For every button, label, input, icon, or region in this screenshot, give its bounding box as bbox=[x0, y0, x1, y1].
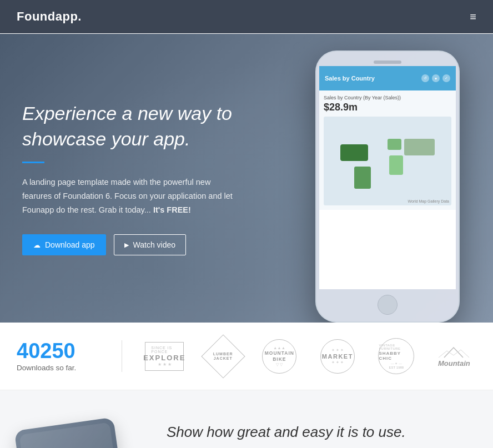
features-title: Show how great and easy it is to use. bbox=[167, 424, 471, 441]
logo-prefix: Found bbox=[17, 9, 56, 23]
hero-title-divider bbox=[22, 162, 44, 163]
watch-video-button[interactable]: ▶ Watch video bbox=[114, 234, 187, 255]
watch-video-label: Watch video bbox=[133, 240, 176, 249]
hero-description-text: A landing page template made with the po… bbox=[22, 178, 233, 214]
hero-description: A landing page template made with the po… bbox=[22, 175, 233, 217]
hamburger-menu-icon[interactable]: ≡ bbox=[470, 11, 476, 23]
phone-screen: Sales by Country ↺ ♥ ✓ Sales by Country … bbox=[319, 66, 456, 289]
phone-chart-label: Sales by Country (By Year (Sales)) bbox=[324, 95, 451, 100]
phone-screen-body: Sales by Country (By Year (Sales)) $28.9… bbox=[319, 90, 456, 210]
phone-amount: $28.9m bbox=[324, 102, 451, 113]
features-section: Show how great and easy it is to use. Lo… bbox=[0, 390, 493, 448]
phone-screen-title: Sales by Country bbox=[325, 75, 375, 82]
phone-map-asia bbox=[404, 139, 435, 155]
phone-map-usa bbox=[340, 144, 368, 161]
features-phone-image bbox=[14, 417, 130, 448]
logo-suffix: app. bbox=[56, 9, 82, 23]
phone-speaker bbox=[374, 61, 401, 64]
stats-number-block: 40250 Downloads so far. bbox=[0, 340, 122, 372]
phone-icon-3: ✓ bbox=[442, 74, 450, 82]
logo-shabby-chic: VINTAGE FURNITURE SHABBY CHIC — ✦ — EST … bbox=[378, 338, 414, 374]
download-icon: ☁ bbox=[33, 241, 41, 249]
phone-icon-1: ↺ bbox=[421, 74, 429, 82]
hero-title: Experience a new way to showcase your ap… bbox=[22, 101, 233, 152]
hero-section: Experience a new way to showcase your ap… bbox=[0, 34, 493, 323]
navbar: Foundapp. ≡ bbox=[0, 0, 493, 33]
downloads-count: 40250 bbox=[17, 340, 105, 361]
downloads-label: Downloads so far. bbox=[17, 364, 105, 372]
phone-map-south-america bbox=[354, 167, 371, 189]
hero-content: Experience a new way to showcase your ap… bbox=[0, 57, 255, 300]
phone-map-africa bbox=[389, 155, 403, 175]
hero-description-bold: It's FREE! bbox=[153, 205, 191, 214]
features-left bbox=[22, 424, 133, 448]
partner-logos: SINCE IS PONCE EXPLORE ★ ★ ★ LUMBERJACKE… bbox=[122, 338, 493, 374]
phone-home-button bbox=[378, 295, 398, 315]
stats-bar: 40250 Downloads so far. SINCE IS PONCE E… bbox=[0, 323, 493, 390]
play-icon: ▶ bbox=[124, 241, 129, 249]
hero-buttons: ☁ Download app ▶ Watch video bbox=[22, 234, 233, 255]
phone-map-europe bbox=[388, 139, 401, 150]
features-right: Show how great and easy it is to use. Lo… bbox=[167, 424, 471, 448]
download-app-label: Download app bbox=[45, 240, 95, 249]
logo-mountainbike: ▲▲▲ MOUNTAIN BIKE ▽ ▽ bbox=[262, 339, 296, 374]
logo-explore: SINCE IS PONCE EXPLORE ★ ★ ★ bbox=[145, 342, 184, 371]
logo[interactable]: Foundapp. bbox=[17, 9, 82, 24]
phone-screen-icons: ↺ ♥ ✓ bbox=[421, 74, 450, 82]
download-app-button[interactable]: ☁ Download app bbox=[22, 234, 106, 255]
mountain-svg-icon bbox=[439, 345, 469, 359]
logo-market: ✦ ✦ ✦ MARKET ✦ ✦ ✦ bbox=[320, 339, 355, 374]
phone-outer: Sales by Country ↺ ♥ ✓ Sales by Country … bbox=[315, 51, 460, 323]
logo-mountain: Mountain bbox=[438, 345, 470, 368]
phone-map: World Map Gallery Data bbox=[324, 117, 451, 205]
phone-mockup: Sales by Country ↺ ♥ ✓ Sales by Country … bbox=[315, 51, 460, 323]
logo-lumberjacket: LUMBERJACKET bbox=[208, 341, 239, 372]
phone-icon-2: ♥ bbox=[432, 74, 440, 82]
phone-screen-header: Sales by Country ↺ ♥ ✓ bbox=[319, 66, 456, 90]
phone-map-label: World Map Gallery Data bbox=[408, 199, 449, 203]
